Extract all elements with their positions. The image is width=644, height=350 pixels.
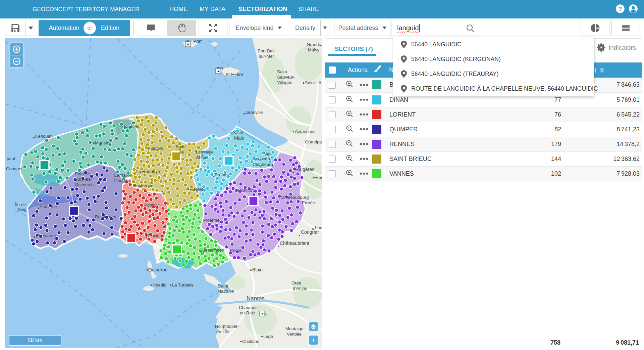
svg-text:eu: eu xyxy=(179,149,184,155)
svg-text:Île-de-: Île-de- xyxy=(15,202,28,207)
svg-text:Saint-Lô: Saint-Lô xyxy=(305,80,321,85)
svg-text:Lamballe: Lamballe xyxy=(196,149,214,155)
svg-text:Port: Port xyxy=(193,39,202,44)
svg-text:Challans: Challans xyxy=(242,339,259,344)
svg-text:Pluvigner: Pluvigner xyxy=(148,233,166,238)
svg-text:Questembert: Questembert xyxy=(199,248,225,253)
svg-text:St Helier: St Helier xyxy=(225,72,244,77)
svg-text:Erné: Erné xyxy=(314,175,322,180)
svg-text:Conquet: Conquet xyxy=(6,166,23,171)
svg-text:Carhaix-: Carhaix- xyxy=(114,173,130,178)
svg-text:Rostrenen: Rostrenen xyxy=(133,183,153,188)
svg-text:Cousnon: Cousnon xyxy=(253,156,270,161)
svg-text:La Turballe: La Turballe xyxy=(172,282,194,288)
svg-text:Plémet: Plémet xyxy=(190,187,203,192)
svg-text:Quiberon: Quiberon xyxy=(148,267,168,272)
svg-text:Pont-de-: Pont-de- xyxy=(75,171,92,176)
svg-text:Buis-lès-: Buis-lès- xyxy=(75,177,92,182)
svg-text:Redon: Redon xyxy=(230,248,243,253)
svg-text:Penmarch: Penmarch xyxy=(36,233,56,238)
svg-text:Saint-: Saint- xyxy=(277,69,288,74)
svg-text:Vendée: Vendée xyxy=(287,332,302,337)
svg-text:✈: ✈ xyxy=(186,42,190,46)
svg-text:Avranches: Avranches xyxy=(295,129,316,134)
svg-text:Nantes: Nantes xyxy=(247,295,265,302)
svg-text:✈: ✈ xyxy=(217,69,220,73)
svg-text:Quimerch: Quimerch xyxy=(75,182,94,187)
svg-text:✈: ✈ xyxy=(261,312,264,316)
svg-text:Broons: Broons xyxy=(215,172,229,177)
svg-text:Blain: Blain xyxy=(252,267,263,272)
svg-text:Fougères: Fougères xyxy=(294,167,314,172)
svg-text:Port-Bail-: Port-Bail- xyxy=(258,48,276,53)
svg-text:d’Anjou: d’Anjou xyxy=(293,286,307,291)
svg-text:Ploërmel: Ploërmel xyxy=(203,218,220,223)
svg-text:La Harmoye: La Harmoye xyxy=(136,169,160,174)
svg-text:Audierne: Audierne xyxy=(40,204,57,209)
svg-text:Plourivo: Plourivo xyxy=(148,146,163,151)
svg-text:Orée: Orée xyxy=(291,280,301,286)
svg-text:Saint-: Saint- xyxy=(218,283,230,289)
svg-text:en-l’Île: en-l’Île xyxy=(216,329,229,334)
svg-text:Chaumes-: Chaumes- xyxy=(239,305,259,310)
svg-text:Malo: Malo xyxy=(234,135,245,141)
svg-text:Val-: Val- xyxy=(264,151,272,157)
svg-text:Montfort: Montfort xyxy=(238,188,254,193)
svg-text:Granville: Granville xyxy=(246,110,263,115)
svg-text:Hoedic: Hoedic xyxy=(153,282,166,288)
svg-text:Sauveur-: Sauveur- xyxy=(277,75,295,80)
svg-text:Saint-: Saint- xyxy=(233,130,245,135)
svg-text:?: ? xyxy=(619,6,622,12)
svg-text:Châteaubourg: Châteaubourg xyxy=(281,195,309,200)
svg-text:Combourg: Combourg xyxy=(253,162,273,167)
svg-text:Pontivy: Pontivy xyxy=(144,203,159,208)
svg-text:Saint-: Saint- xyxy=(176,144,187,149)
svg-text:Congrier: Congrier xyxy=(301,229,319,235)
svg-text:Montaigu-: Montaigu- xyxy=(285,326,305,331)
svg-text:Kerlouan: Kerlouan xyxy=(35,134,53,139)
svg-text:Erbrée: Erbrée xyxy=(302,200,315,205)
svg-text:Grandca: Grandca xyxy=(307,42,322,47)
svg-text:en-Retz: en-Retz xyxy=(240,310,255,315)
svg-text:paul: paul xyxy=(7,156,15,161)
svg-text:Plouguer: Plouguer xyxy=(114,178,131,183)
svg-text:Villages: Villages xyxy=(277,80,292,85)
svg-text:Lon: Lon xyxy=(315,225,322,230)
svg-text:Legé: Legé xyxy=(263,334,273,339)
svg-text:Grandpar: Grandpar xyxy=(305,139,322,144)
svg-text:sur-Mer: sur-Mer xyxy=(259,54,274,59)
svg-text:Lannion: Lannion xyxy=(124,124,139,129)
svg-text:Rosporden: Rosporden xyxy=(95,214,116,219)
svg-text:Maisy: Maisy xyxy=(308,47,319,52)
svg-text:Nazaire: Nazaire xyxy=(218,289,234,294)
svg-text:Noirmoutier-: Noirmoutier- xyxy=(215,324,239,329)
svg-text:Armor: Armor xyxy=(196,155,208,160)
svg-text:Morlaix: Morlaix xyxy=(95,140,109,145)
svg-text:Châteaubriant: Châteaubriant xyxy=(280,240,309,246)
